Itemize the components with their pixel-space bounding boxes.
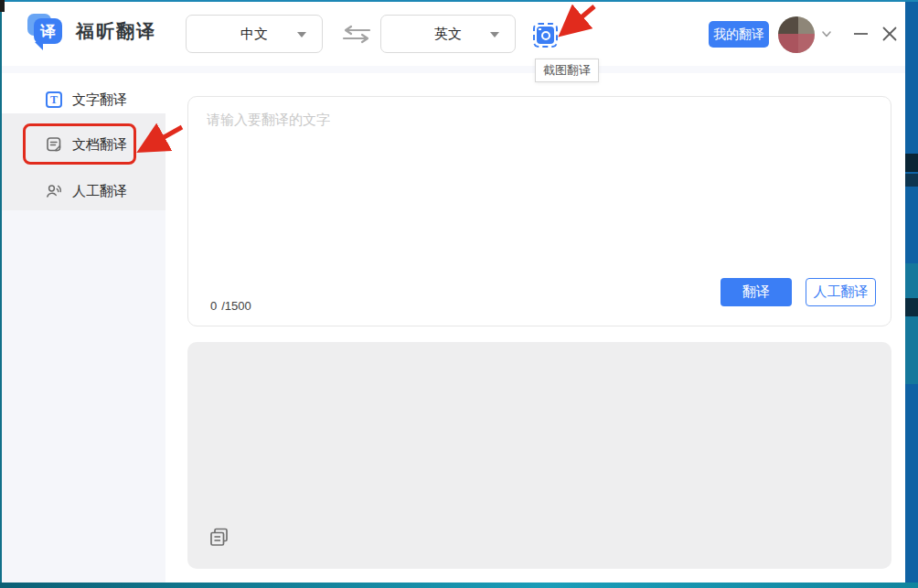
desktop-background-fragment bbox=[905, 263, 918, 384]
account-menu-chevron-icon[interactable] bbox=[819, 27, 834, 41]
target-language-select[interactable]: 英文 bbox=[380, 15, 516, 53]
char-limit: /1500 bbox=[221, 299, 251, 313]
sidebar-item-label: 文档翻译 bbox=[72, 136, 127, 154]
source-language-select[interactable]: 中文 bbox=[186, 15, 323, 53]
desktop-icon-fragment bbox=[905, 154, 918, 172]
text-translate-icon: T bbox=[46, 91, 62, 108]
char-count: 0 bbox=[210, 299, 217, 313]
chevron-down-icon bbox=[490, 32, 499, 37]
camera-icon bbox=[537, 27, 554, 44]
sidebar-item-document-translate[interactable]: 文档翻译 bbox=[46, 133, 127, 156]
desktop-icon-fragment bbox=[905, 174, 918, 187]
translation-result-panel bbox=[187, 342, 891, 569]
translation-input-panel: 0 /1500 翻译 人工翻译 bbox=[187, 96, 891, 326]
logo-badge: 译 bbox=[34, 18, 62, 44]
human-translate-button[interactable]: 人工翻译 bbox=[806, 278, 876, 306]
my-translations-button[interactable]: 我的翻译 bbox=[709, 21, 769, 48]
chevron-down-icon bbox=[297, 32, 306, 37]
app-logo-icon: 译 bbox=[27, 14, 64, 48]
sidebar-item-text-translate[interactable]: T 文字翻译 bbox=[46, 88, 127, 112]
screenshot-translate-button[interactable] bbox=[533, 23, 558, 48]
window-border-top bbox=[0, 0, 918, 2]
screen-corner-fragment bbox=[0, 0, 5, 12]
copy-icon[interactable] bbox=[208, 526, 230, 552]
sidebar-item-label: 人工翻译 bbox=[72, 183, 127, 200]
sidebar-background bbox=[2, 210, 165, 583]
sidebar-item-label: 文字翻译 bbox=[72, 91, 127, 109]
header-separator bbox=[2, 66, 905, 73]
translation-input[interactable] bbox=[207, 112, 869, 267]
window-border-bottom bbox=[0, 583, 918, 588]
minimize-icon bbox=[854, 33, 868, 35]
window-border-left bbox=[0, 0, 2, 588]
char-counter: 0 /1500 bbox=[210, 299, 251, 313]
desktop-icon-fragment bbox=[905, 298, 918, 316]
app-title: 福昕翻译 bbox=[76, 19, 156, 44]
source-language-label: 中文 bbox=[240, 26, 268, 43]
minimize-button[interactable] bbox=[849, 22, 872, 46]
swap-languages-icon[interactable] bbox=[338, 25, 375, 45]
document-translate-icon bbox=[46, 136, 62, 153]
sidebar-item-human-translate[interactable]: 人工翻译 bbox=[46, 179, 127, 203]
close-icon bbox=[881, 26, 898, 42]
human-translate-icon bbox=[46, 183, 62, 199]
screenshot-translate-tooltip: 截图翻译 bbox=[535, 59, 599, 82]
avatar[interactable] bbox=[778, 16, 815, 53]
app-window: 译 福昕翻译 中文 英文 我的翻译 bbox=[2, 2, 905, 583]
app-logo: 译 福昕翻译 bbox=[27, 14, 156, 48]
translate-button[interactable]: 翻译 bbox=[721, 278, 792, 306]
close-button[interactable] bbox=[876, 20, 903, 48]
target-language-label: 英文 bbox=[434, 26, 462, 43]
